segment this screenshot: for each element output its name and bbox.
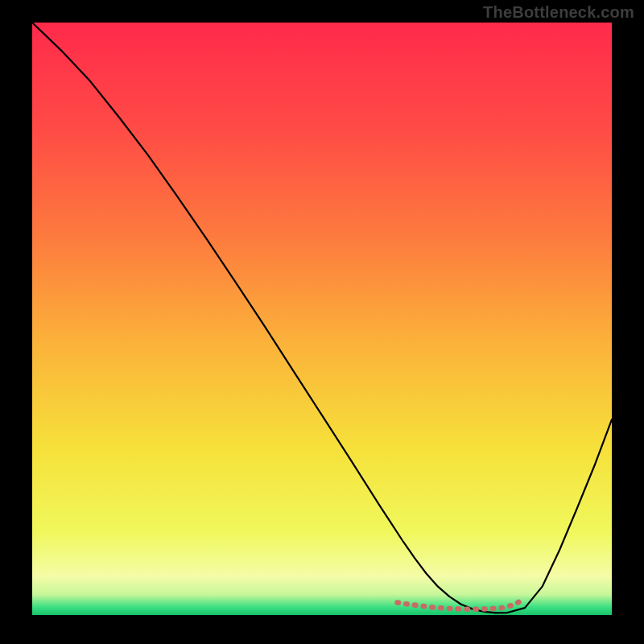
plot-area bbox=[32, 23, 612, 615]
plot-svg bbox=[32, 23, 612, 615]
watermark-text: TheBottleneck.com bbox=[483, 3, 634, 22]
gradient-background bbox=[32, 23, 612, 615]
chart-stage: TheBottleneck.com bbox=[0, 0, 644, 644]
